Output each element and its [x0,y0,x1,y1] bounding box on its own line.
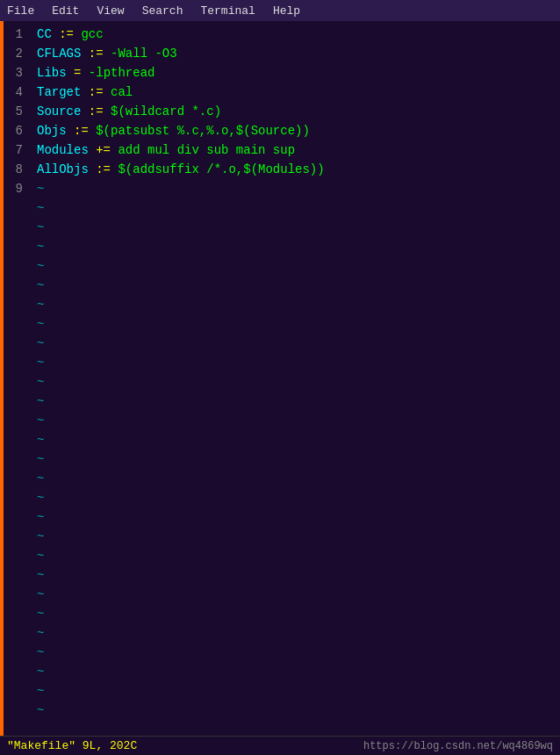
status-url: https://blog.csdn.net/wq4869wq [363,740,553,752]
menu-view[interactable]: View [93,4,127,18]
editor: 123456789 CC := gccCFLAGS := -Wall -O3Li… [0,21,560,736]
tilde-line: ~ [37,701,553,720]
menubar: File Edit View Search Terminal Help [0,0,560,21]
table-row: Source := $(wildcard *.c) [37,102,553,121]
tilde-line: ~ [37,681,553,701]
tilde-line: ~ [37,623,553,643]
table-row: Modules += add mul div sub main sup [37,140,553,160]
menu-terminal[interactable]: Terminal [197,4,258,18]
tilde-line: ~ [37,372,553,392]
table-row: Objs := $(patsubst %.c,%.o,$(Source)) [37,121,553,140]
tilde-line: ~ [37,334,553,353]
tilde-line: ~ [37,469,553,488]
menu-help[interactable]: Help [269,4,304,18]
tilde-line: ~ [37,392,553,411]
table-row: AllObjs := $(addsuffix /*.o,$(Modules)) [37,160,553,179]
tilde-line: ~ [37,604,553,623]
tilde-line: ~ [37,585,553,604]
tilde-line: ~ [37,643,553,662]
tilde-line: ~ [37,565,553,585]
tilde-line: ~ [37,198,553,218]
tilde-line: ~ [37,507,553,527]
table-row: Target := cal [37,83,553,102]
statusbar: "Makefile" 9L, 202C https://blog.csdn.ne… [0,736,560,755]
tilde-line: ~ [37,295,553,314]
menu-search[interactable]: Search [139,4,187,18]
tilde-line: ~ [37,179,553,198]
tilde-line: ~ [37,237,553,256]
status-file-info: "Makefile" 9L, 202C [7,739,137,752]
code-area[interactable]: CC := gccCFLAGS := -Wall -O3Libs = -lpth… [30,21,560,736]
tilde-line: ~ [37,314,553,334]
table-row: CFLAGS := -Wall -O3 [37,44,553,63]
tilde-line: ~ [37,411,553,430]
line-numbers: 123456789 [4,21,30,736]
tilde-line: ~ [37,449,553,469]
tilde-line: ~ [37,276,553,295]
tilde-line: ~ [37,430,553,449]
table-row: CC := gcc [37,25,553,44]
tilde-line: ~ [37,527,553,546]
tilde-line: ~ [37,662,553,681]
tilde-line: ~ [37,256,553,276]
table-row: Libs = -lpthread [37,63,553,83]
tilde-line: ~ [37,488,553,507]
tilde-line: ~ [37,218,553,237]
tilde-line: ~ [37,353,553,372]
menu-file[interactable]: File [4,4,38,18]
tilde-line: ~ [37,546,553,565]
menu-edit[interactable]: Edit [48,4,83,18]
